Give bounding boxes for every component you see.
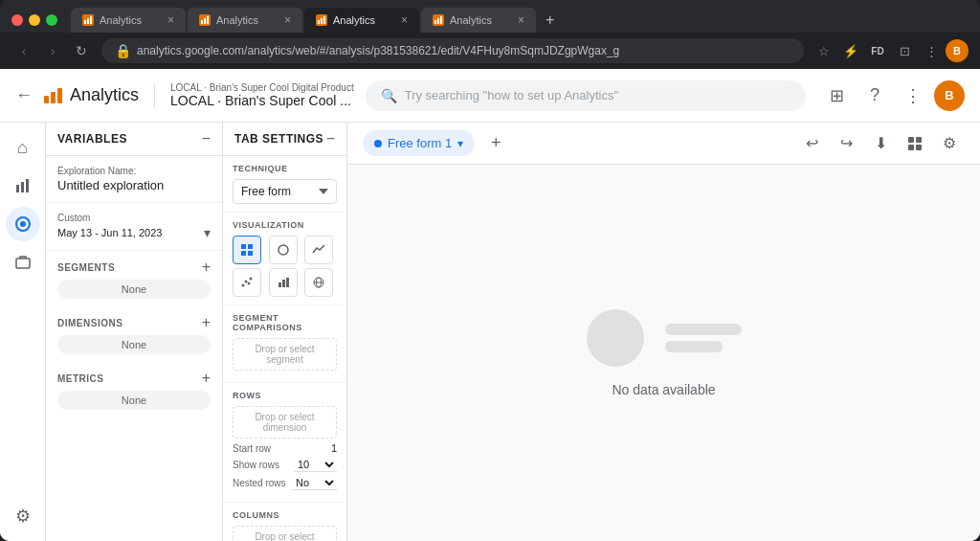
analytics-title: Analytics <box>70 85 139 105</box>
variables-panel: Variables − Exploration Name: Untitled e… <box>46 123 223 541</box>
variables-panel-close[interactable]: − <box>202 130 211 147</box>
forward-button[interactable]: › <box>40 38 65 63</box>
tab-settings-title: Tab Settings <box>234 132 323 146</box>
svg-rect-19 <box>248 244 253 249</box>
address-bar-row: ‹ › ↻ 🔒 analytics.google.com/analytics/w… <box>0 33 980 69</box>
svg-rect-13 <box>21 182 24 192</box>
maximize-button[interactable] <box>46 14 57 26</box>
skeleton-line-1 <box>665 324 742 335</box>
rows-drop-zone[interactable]: Drop or select dimension <box>233 406 337 439</box>
extensions-icon[interactable]: ⚡ <box>838 38 863 63</box>
main-tab-bar: Free form 1 ▾ + ↩ ↪ ⬇ ⚙ <box>347 123 980 165</box>
screenshot-icon[interactable]: ⊡ <box>892 38 917 63</box>
add-dimension-button[interactable]: + <box>202 314 211 331</box>
exploration-name-label: Exploration Name: <box>57 166 211 176</box>
svg-point-24 <box>242 284 245 287</box>
minimize-button[interactable] <box>29 14 40 26</box>
segment-drop-zone[interactable]: Drop or select segment <box>233 338 337 371</box>
apps-icon[interactable]: ⊞ <box>819 79 854 113</box>
nav-advertising[interactable] <box>6 245 40 280</box>
show-rows-row: Show rows 10 <box>233 458 337 472</box>
redo-button[interactable]: ↪ <box>831 128 861 159</box>
svg-rect-29 <box>282 280 285 287</box>
nav-reports[interactable] <box>6 169 40 203</box>
undo-button[interactable]: ↩ <box>796 128 827 159</box>
add-segment-button[interactable]: + <box>202 259 211 276</box>
download-button[interactable]: ⬇ <box>865 128 896 159</box>
tab-settings-button[interactable]: ⚙ <box>934 128 965 159</box>
bookmark-icon[interactable]: ☆ <box>812 38 836 63</box>
help-icon[interactable]: ? <box>858 79 892 113</box>
viz-table-button[interactable] <box>233 236 261 264</box>
profile-icon[interactable]: B <box>946 39 969 62</box>
tab-close-4[interactable]: × <box>518 13 524 27</box>
title-bar: Analytics × Analytics × Analytics × <box>0 0 980 33</box>
date-custom-label: Custom <box>57 213 211 223</box>
svg-rect-21 <box>248 251 253 256</box>
add-metrics-button[interactable]: + <box>202 370 211 387</box>
browser-tab-1[interactable]: Analytics × <box>71 8 186 33</box>
nested-rows-select[interactable]: No <box>292 476 337 490</box>
nav-settings[interactable]: ⚙ <box>6 499 40 533</box>
no-data-visual: No data available <box>587 309 742 397</box>
viz-donut-button[interactable] <box>269 236 298 264</box>
technique-select[interactable]: Free form <box>233 179 337 204</box>
segments-none: None <box>57 280 211 299</box>
viz-bar-button[interactable] <box>269 268 298 297</box>
free-form-tab[interactable]: Free form 1 ▾ <box>363 130 475 156</box>
date-dropdown-icon[interactable]: ▾ <box>204 225 211 240</box>
metrics-label: METRICS <box>57 373 104 384</box>
nav-explore[interactable] <box>6 207 40 241</box>
start-row-label: Start row <box>233 443 271 454</box>
address-bar[interactable]: 🔒 analytics.google.com/analytics/web/#/a… <box>101 38 804 63</box>
user-avatar[interactable]: B <box>934 80 965 111</box>
svg-rect-11 <box>440 16 442 24</box>
skeleton-circle <box>587 309 644 367</box>
tab-settings-close[interactable]: − <box>326 130 335 147</box>
tabs-row: Analytics × Analytics × Analytics × <box>71 8 969 33</box>
tab-dropdown-icon[interactable]: ▾ <box>457 137 463 150</box>
columns-drop-zone[interactable]: Drop or select dimension <box>233 526 337 541</box>
tab-close-3[interactable]: × <box>401 13 408 27</box>
app-back-button[interactable]: ← <box>15 85 33 105</box>
tab-favicon-3 <box>316 14 327 26</box>
svg-point-25 <box>245 281 248 283</box>
search-box[interactable]: 🔍 Try searching "how to set up Analytics… <box>366 80 806 111</box>
left-nav: ⌂ ⚙ <box>0 123 46 541</box>
back-button[interactable]: ‹ <box>11 38 36 63</box>
svg-rect-20 <box>241 251 246 256</box>
add-tab-button[interactable]: + <box>482 130 509 157</box>
browser-tab-3[interactable]: Analytics × <box>304 8 419 33</box>
new-tab-button[interactable]: + <box>538 8 562 33</box>
dimensions-none: None <box>57 335 211 354</box>
viz-geo-button[interactable] <box>304 268 333 297</box>
date-value[interactable]: May 13 - Jun 11, 2023 <box>57 227 162 238</box>
browser-tab-4[interactable]: Analytics × <box>421 8 536 33</box>
viz-scatter-button[interactable] <box>233 268 261 297</box>
viz-grid <box>233 236 337 297</box>
tab-favicon-4 <box>433 14 444 26</box>
visualization-label: VISUALIZATION <box>233 220 337 230</box>
more-options-icon[interactable]: ⋮ <box>896 79 930 113</box>
show-rows-select[interactable]: 10 <box>294 458 337 472</box>
close-button[interactable] <box>11 14 23 26</box>
svg-rect-10 <box>437 18 439 24</box>
svg-rect-17 <box>16 259 30 268</box>
nav-home[interactable]: ⌂ <box>6 130 40 165</box>
tab-close-2[interactable]: × <box>284 13 291 27</box>
fd-extension[interactable]: FD <box>865 38 890 63</box>
tab-favicon-2 <box>199 14 211 26</box>
header-divider <box>154 84 155 107</box>
start-row-value[interactable]: 1 <box>331 442 337 454</box>
viz-line-button[interactable] <box>304 236 333 264</box>
more-tools-icon[interactable]: ⋮ <box>919 38 944 63</box>
form-tab-label: Free form 1 <box>388 136 452 150</box>
metrics-header: METRICS + <box>46 362 222 391</box>
chart-options-button[interactable] <box>900 128 930 159</box>
property-name: LOCAL · Brian's Super Cool ... <box>170 93 354 108</box>
tab-close-1[interactable]: × <box>167 13 174 27</box>
property-sub: LOCAL · Brian's Super Cool Digital Produ… <box>170 82 354 93</box>
svg-rect-12 <box>16 185 19 192</box>
reload-button[interactable]: ↻ <box>69 38 94 63</box>
browser-tab-2[interactable]: Analytics × <box>188 8 302 33</box>
